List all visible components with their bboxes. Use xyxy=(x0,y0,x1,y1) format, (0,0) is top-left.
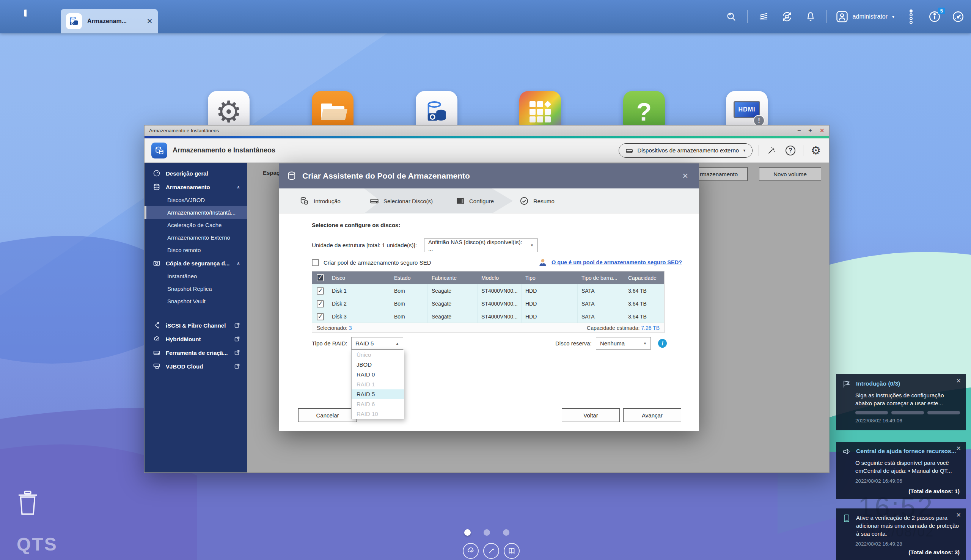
more-options-icon[interactable] xyxy=(904,9,919,24)
raid-option-raid5[interactable]: RAID 5 xyxy=(352,389,404,399)
tab-close-icon[interactable]: ✕ xyxy=(147,17,152,25)
sidebar-item-vjbod-cloud[interactable]: VJBOD Cloud xyxy=(145,360,247,373)
sidebar-item-snapshot-backup[interactable]: Cópia de segurança d... ∧ xyxy=(145,256,247,270)
table-header: Disco Estado Fabricante Modelo Tipo Tipo… xyxy=(312,272,664,284)
sidebar-item-storage[interactable]: Armazenamento ∧ xyxy=(145,180,247,194)
step-summary: Resumo xyxy=(519,188,554,213)
sidebar-item-disks-vjbod[interactable]: Discos/VJBOD xyxy=(145,194,247,206)
username: administrator xyxy=(853,13,888,20)
window-titlebar[interactable]: Armazenamento e Instantâneos − + ✕ xyxy=(145,125,829,136)
pager-dot-1[interactable] xyxy=(464,529,471,536)
raid-option-raid10: RAID 10 xyxy=(352,409,404,419)
divider xyxy=(747,10,747,23)
raid-option-jbod[interactable]: JBOD xyxy=(352,360,404,370)
close-icon[interactable]: ✕ xyxy=(956,377,961,385)
info-icon[interactable]: i xyxy=(658,339,667,348)
raid-type-select[interactable]: RAID 5 ▲ xyxy=(351,337,403,350)
step-introduction: Introdução xyxy=(300,188,340,213)
wizard-wand-icon[interactable] xyxy=(765,144,778,157)
notification-center-icon[interactable]: 5 xyxy=(927,9,942,24)
cancel-button[interactable]: Cancelar xyxy=(298,408,357,422)
enclosure-select[interactable]: Anfitrião NAS [disco(s) disponível(is): … xyxy=(424,238,538,252)
dashboard-gauge-icon[interactable] xyxy=(951,9,966,24)
user-menu[interactable]: administrator ▼ xyxy=(835,10,895,23)
flag-icon xyxy=(842,380,851,388)
toast-help-center[interactable]: ✕ Central de ajuda fornece recursos... O… xyxy=(836,442,966,499)
bell-icon[interactable] xyxy=(803,9,818,24)
sidebar-item-snapshot[interactable]: Instantâneo xyxy=(145,270,247,282)
minimize-button[interactable]: − xyxy=(797,128,801,134)
external-devices-button[interactable]: Dispositivos de armazenamento externo ▼ xyxy=(619,143,752,158)
dialog-title: Criar Assistente do Pool de Armazenament… xyxy=(302,172,679,180)
pager-dot-2[interactable] xyxy=(484,529,490,536)
back-button[interactable]: Voltar xyxy=(562,408,620,422)
tutorial-book-icon[interactable] xyxy=(504,543,520,559)
hdmi-badge-icon: ! xyxy=(753,115,765,126)
next-button[interactable]: Avançar xyxy=(623,408,681,422)
step-select-disks: Selecionar Disco(s) xyxy=(369,188,433,213)
external-link-icon xyxy=(234,350,240,356)
maximize-button[interactable]: + xyxy=(808,128,812,134)
toast-timestamp: 2022/08/02 16:49:28 xyxy=(855,541,961,547)
sidebar-item-snapshot-vault[interactable]: Snapshot Vault xyxy=(145,295,247,307)
external-device-sync-icon[interactable] xyxy=(779,9,795,24)
chevron-down-icon: ▼ xyxy=(742,148,746,152)
dialog-header[interactable]: Criar Assistente do Pool de Armazenament… xyxy=(279,163,699,188)
recycle-bin-icon[interactable] xyxy=(13,490,42,517)
search-icon[interactable] xyxy=(724,9,739,24)
pool-cylinder-icon xyxy=(286,171,297,181)
table-row[interactable]: Disk 2 Bom Seagate ST4000VN00... HDD SAT… xyxy=(312,297,664,310)
taskbar-tab-storage-snapshots[interactable]: Armazenam... ✕ xyxy=(61,9,158,33)
external-link-icon xyxy=(234,363,240,369)
myqnapcloud-link-icon[interactable] xyxy=(463,543,479,559)
window-close-button[interactable]: ✕ xyxy=(820,128,824,134)
select-all-checkbox[interactable] xyxy=(317,274,324,281)
sidebar-item-external-storage[interactable]: Armazenamento Externo xyxy=(145,231,247,244)
close-icon[interactable]: ✕ xyxy=(956,445,961,452)
sidebar-item-snapshot-replica[interactable]: Snapshot Replica xyxy=(145,282,247,295)
sidebar-item-overview[interactable]: Descrição geral xyxy=(145,167,247,180)
row-checkbox[interactable] xyxy=(317,287,324,295)
check-circle-icon xyxy=(519,196,529,206)
help-icon[interactable]: ? xyxy=(784,144,797,157)
toast-body: Ative a verificação de 2 passos para adi… xyxy=(856,514,959,538)
sidebar-item-media-creation-tool[interactable]: Ferramenta de criaçã... xyxy=(145,346,247,360)
table-row[interactable]: Disk 1 Bom Seagate ST4000VN00... HDD SAT… xyxy=(312,284,664,297)
sed-help-link[interactable]: O que é um pool de armazenamento seguro … xyxy=(552,259,682,265)
app-sidebar: Descrição geral Armazenamento ∧ Discos/V… xyxy=(145,163,247,472)
settings-gear-icon[interactable]: ⚙ xyxy=(809,144,823,157)
spare-disk-select[interactable]: Nenhuma ▼ xyxy=(596,337,651,350)
spare-disk-label: Disco reserva: xyxy=(555,337,592,350)
pager-dot-3[interactable] xyxy=(503,529,509,536)
device-icon xyxy=(842,514,851,523)
question-mark-icon: ? xyxy=(636,97,652,126)
sidebar-item-hybridmount[interactable]: HybridMount xyxy=(145,332,247,346)
row-checkbox[interactable] xyxy=(317,313,324,320)
close-icon[interactable]: ✕ xyxy=(956,512,961,519)
sed-checkbox[interactable] xyxy=(312,259,319,266)
sidebar-item-storage-snapshots[interactable]: Armazenamento/Instantâ... xyxy=(145,206,247,219)
main-menu-button[interactable] xyxy=(24,10,42,27)
row-checkbox[interactable] xyxy=(317,300,324,307)
setup-wand-icon[interactable] xyxy=(483,543,499,559)
collapse-icon[interactable]: ∧ xyxy=(237,185,240,190)
dialog-close-button[interactable]: ✕ xyxy=(679,170,691,182)
collapse-icon[interactable]: ∧ xyxy=(237,261,240,266)
notification-badge: 5 xyxy=(938,8,945,14)
raid-option-raid1: RAID 1 xyxy=(352,380,404,389)
sidebar-divider xyxy=(151,313,240,313)
raid-type-dropdown: Único JBOD RAID 0 RAID 1 RAID 5 RAID 6 R… xyxy=(351,350,404,419)
table-row[interactable]: Disk 3 Bom Seagate ST4000VN00... HDD SAT… xyxy=(312,310,664,323)
toast-2step-verification[interactable]: ✕ Ative a verificação de 2 passos para a… xyxy=(836,508,966,560)
toast-timestamp: 2022/08/02 16:49:06 xyxy=(855,478,961,484)
sidebar-item-remote-disk[interactable]: Disco remoto xyxy=(145,244,247,256)
background-tasks-icon[interactable] xyxy=(756,9,771,24)
toast-introduction[interactable]: ✕ Introdução (0/3) Siga as instruções de… xyxy=(836,374,966,430)
raid-option-raid0[interactable]: RAID 0 xyxy=(352,370,404,380)
sidebar-item-iscsi-fibre[interactable]: iSCSI & Fibre Channel xyxy=(145,318,247,332)
raid-type-label: Tipo de RAID: xyxy=(312,337,347,350)
toast-body: Siga as instruções de configuração abaix… xyxy=(855,391,961,407)
qts-desktop: 16:52 2022/08/02 ⚙ xyxy=(0,0,971,560)
sidebar-item-cache-acceleration[interactable]: Aceleração de Cache xyxy=(145,219,247,231)
sed-checkbox-label: Criar pool de armazenamento seguro SED xyxy=(324,259,431,266)
